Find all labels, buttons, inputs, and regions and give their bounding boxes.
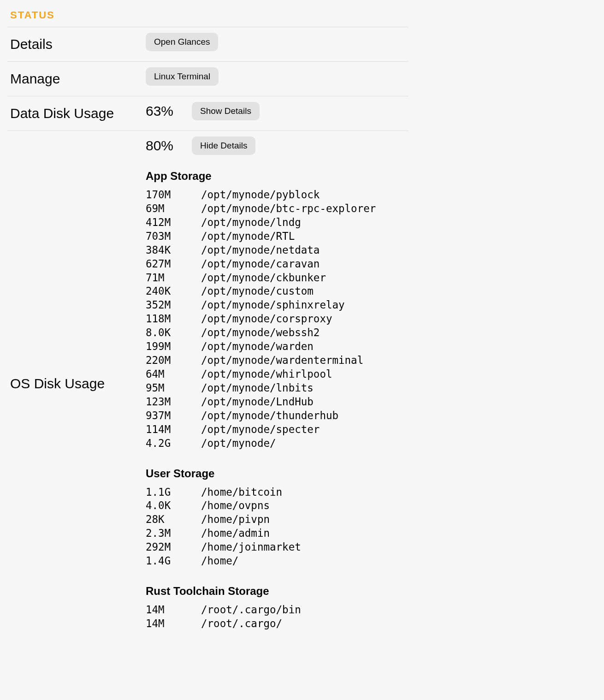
storage-row: 170M/opt/mynode/pyblock bbox=[146, 188, 409, 202]
storage-row: 14M/root/.cargo/ bbox=[146, 617, 409, 631]
os-disk-row: OS Disk Usage 80% Hide Details App Stora… bbox=[7, 131, 409, 636]
storage-row: 199M/opt/mynode/warden bbox=[146, 340, 409, 354]
rust-storage-listing: 14M/root/.cargo/bin14M/root/.cargo/ bbox=[146, 603, 409, 631]
storage-path: /home/bitcoin bbox=[201, 486, 282, 499]
storage-row: 14M/root/.cargo/bin bbox=[146, 603, 409, 617]
storage-row: 95M/opt/mynode/lnbits bbox=[146, 381, 409, 395]
storage-row: 28K/home/pivpn bbox=[146, 513, 409, 527]
storage-path: /opt/mynode/ bbox=[201, 437, 276, 451]
storage-path: /home/ bbox=[201, 554, 238, 568]
storage-path: /opt/mynode/LndHub bbox=[201, 395, 314, 409]
storage-row: 2.3M/home/admin bbox=[146, 527, 409, 540]
storage-path: /opt/mynode/caravan bbox=[201, 257, 320, 271]
app-storage-heading: App Storage bbox=[146, 170, 409, 183]
user-storage-heading: User Storage bbox=[146, 467, 409, 480]
storage-path: /home/ovpns bbox=[201, 499, 270, 513]
storage-path: /opt/mynode/whirlpool bbox=[201, 368, 332, 381]
rust-storage-heading: Rust Toolchain Storage bbox=[146, 585, 409, 598]
storage-row: 627M/opt/mynode/caravan bbox=[146, 257, 409, 271]
storage-path: /home/pivpn bbox=[201, 513, 270, 527]
storage-size: 412M bbox=[146, 216, 201, 230]
storage-size: 118M bbox=[146, 312, 201, 326]
storage-path: /root/.cargo/bin bbox=[201, 603, 301, 617]
storage-size: 1.4G bbox=[146, 554, 201, 568]
storage-row: 123M/opt/mynode/LndHub bbox=[146, 395, 409, 409]
storage-row: 937M/opt/mynode/thunderhub bbox=[146, 409, 409, 423]
storage-path: /opt/mynode/lnbits bbox=[201, 381, 314, 395]
storage-size: 14M bbox=[146, 603, 201, 617]
data-disk-row: Data Disk Usage 63% Show Details bbox=[7, 96, 409, 131]
storage-path: /opt/mynode/lndg bbox=[201, 216, 301, 230]
storage-path: /opt/mynode/webssh2 bbox=[201, 326, 320, 340]
storage-size: 28K bbox=[146, 513, 201, 527]
storage-row: 114M/opt/mynode/specter bbox=[146, 423, 409, 437]
storage-size: 199M bbox=[146, 340, 201, 354]
storage-path: /opt/mynode/ckbunker bbox=[201, 271, 326, 285]
storage-row: 703M/opt/mynode/RTL bbox=[146, 230, 409, 243]
storage-path: /opt/mynode/custom bbox=[201, 285, 314, 298]
storage-path: /opt/mynode/specter bbox=[201, 423, 320, 437]
os-disk-percent: 80% bbox=[146, 138, 181, 154]
data-disk-show-details-button[interactable]: Show Details bbox=[192, 102, 260, 120]
data-disk-percent: 63% bbox=[146, 103, 181, 119]
user-storage-listing: 1.1G/home/bitcoin4.0K/home/ovpns28K/home… bbox=[146, 486, 409, 569]
storage-row: 352M/opt/mynode/sphinxrelay bbox=[146, 298, 409, 312]
manage-label: Manage bbox=[7, 62, 146, 96]
storage-size: 292M bbox=[146, 540, 201, 554]
storage-size: 937M bbox=[146, 409, 201, 423]
storage-size: 114M bbox=[146, 423, 201, 437]
status-section-header: STATUS bbox=[7, 9, 409, 21]
storage-row: 69M/opt/mynode/btc-rpc-explorer bbox=[146, 202, 409, 216]
storage-size: 8.0K bbox=[146, 326, 201, 340]
storage-size: 220M bbox=[146, 354, 201, 368]
storage-size: 123M bbox=[146, 395, 201, 409]
status-table: Details Open Glances Manage Linux Termin… bbox=[7, 27, 409, 636]
storage-row: 4.2G/opt/mynode/ bbox=[146, 437, 409, 451]
storage-row: 1.4G/home/ bbox=[146, 554, 409, 568]
storage-row: 118M/opt/mynode/corsproxy bbox=[146, 312, 409, 326]
app-storage-listing: 170M/opt/mynode/pyblock69M/opt/mynode/bt… bbox=[146, 188, 409, 451]
storage-path: /home/joinmarket bbox=[201, 540, 301, 554]
storage-path: /opt/mynode/btc-rpc-explorer bbox=[201, 202, 376, 216]
storage-path: /opt/mynode/pyblock bbox=[201, 188, 320, 202]
storage-size: 384K bbox=[146, 243, 201, 257]
storage-size: 71M bbox=[146, 271, 201, 285]
storage-row: 292M/home/joinmarket bbox=[146, 540, 409, 554]
storage-path: /opt/mynode/thunderhub bbox=[201, 409, 338, 423]
storage-size: 170M bbox=[146, 188, 201, 202]
storage-size: 69M bbox=[146, 202, 201, 216]
storage-path: /opt/mynode/sphinxrelay bbox=[201, 298, 345, 312]
storage-size: 240K bbox=[146, 285, 201, 298]
open-glances-button[interactable]: Open Glances bbox=[146, 33, 218, 51]
manage-row: Manage Linux Terminal bbox=[7, 61, 409, 96]
storage-row: 8.0K/opt/mynode/webssh2 bbox=[146, 326, 409, 340]
storage-size: 64M bbox=[146, 368, 201, 381]
storage-size: 703M bbox=[146, 230, 201, 243]
storage-size: 4.0K bbox=[146, 499, 201, 513]
storage-row: 4.0K/home/ovpns bbox=[146, 499, 409, 513]
storage-size: 14M bbox=[146, 617, 201, 631]
storage-path: /opt/mynode/warden bbox=[201, 340, 314, 354]
storage-size: 2.3M bbox=[146, 527, 201, 540]
storage-path: /opt/mynode/wardenterminal bbox=[201, 354, 363, 368]
os-disk-hide-details-button[interactable]: Hide Details bbox=[192, 136, 255, 155]
storage-row: 384K/opt/mynode/netdata bbox=[146, 243, 409, 257]
storage-row: 240K/opt/mynode/custom bbox=[146, 285, 409, 298]
storage-row: 412M/opt/mynode/lndg bbox=[146, 216, 409, 230]
details-label: Details bbox=[7, 27, 146, 61]
storage-size: 4.2G bbox=[146, 437, 201, 451]
storage-size: 1.1G bbox=[146, 486, 201, 499]
storage-row: 1.1G/home/bitcoin bbox=[146, 486, 409, 499]
data-disk-label: Data Disk Usage bbox=[7, 96, 146, 131]
storage-path: /home/admin bbox=[201, 527, 270, 540]
storage-row: 64M/opt/mynode/whirlpool bbox=[146, 368, 409, 381]
storage-row: 71M/opt/mynode/ckbunker bbox=[146, 271, 409, 285]
storage-path: /opt/mynode/netdata bbox=[201, 243, 320, 257]
storage-size: 352M bbox=[146, 298, 201, 312]
storage-size: 95M bbox=[146, 381, 201, 395]
storage-path: /opt/mynode/corsproxy bbox=[201, 312, 332, 326]
storage-path: /root/.cargo/ bbox=[201, 617, 282, 631]
linux-terminal-button[interactable]: Linux Terminal bbox=[146, 67, 219, 86]
os-disk-details: App Storage 170M/opt/mynode/pyblock69M/o… bbox=[146, 170, 409, 631]
storage-row: 220M/opt/mynode/wardenterminal bbox=[146, 354, 409, 368]
